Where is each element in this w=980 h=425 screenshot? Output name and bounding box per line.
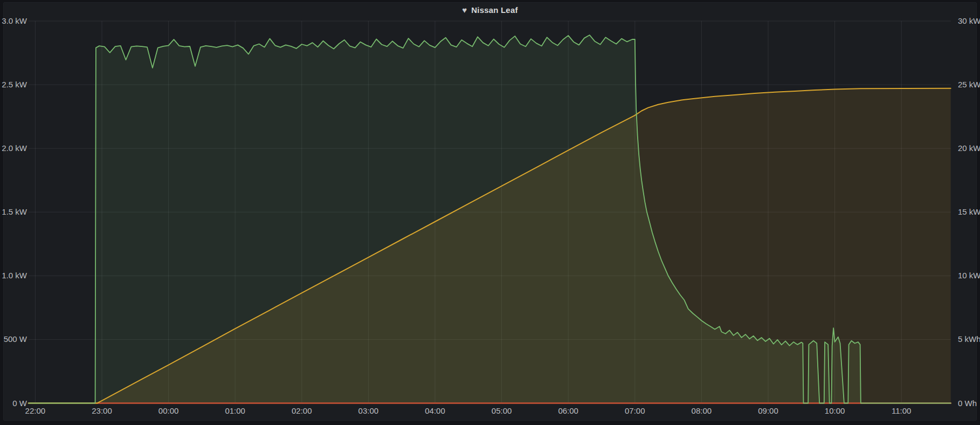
x-axis-tick: 22:00: [19, 406, 51, 416]
time-series-chart: 0 W500 W1.0 kW1.5 kW2.0 kW2.5 kW3.0 kW 0…: [0, 0, 980, 425]
x-axis-tick: 11:00: [885, 406, 917, 416]
left-axis-tick: 2.0 kW: [0, 143, 27, 153]
right-axis-tick: 5 kWh: [958, 334, 980, 344]
x-axis-tick: 10:00: [819, 406, 851, 416]
x-axis-tick: 06:00: [552, 406, 584, 416]
x-axis-tick: 03:00: [352, 406, 384, 416]
plot-canvas[interactable]: [0, 0, 980, 425]
x-axis-tick: 02:00: [286, 406, 318, 416]
left-axis-tick: 2.5 kW: [0, 80, 27, 90]
x-axis-tick: 05:00: [486, 406, 518, 416]
right-axis-tick: 25 kWh: [958, 80, 980, 90]
x-axis-tick: 04:00: [419, 406, 451, 416]
x-axis-tick: 23:00: [86, 406, 118, 416]
right-axis-tick: 20 kWh: [958, 143, 980, 153]
x-axis-tick: 01:00: [219, 406, 251, 416]
x-axis-tick: 00:00: [153, 406, 185, 416]
right-axis-tick: 15 kWh: [958, 207, 980, 217]
x-axis-tick: 07:00: [619, 406, 651, 416]
right-axis-tick: 10 kWh: [958, 271, 980, 280]
right-axis-tick: 30 kWh: [958, 16, 980, 26]
x-axis-tick: 08:00: [685, 406, 717, 416]
left-axis-tick: 1.0 kW: [0, 271, 27, 280]
x-axis-tick: 09:00: [752, 406, 784, 416]
left-axis-tick: 1.5 kW: [0, 207, 27, 217]
right-axis-tick: 0 Wh: [958, 399, 977, 408]
left-axis-tick: 500 W: [0, 334, 27, 344]
left-axis-tick: 3.0 kW: [0, 16, 27, 26]
page-background: ♥ Nissan Leaf 0 W500 W1.0 kW1.5 kW2.0 kW…: [0, 0, 980, 425]
